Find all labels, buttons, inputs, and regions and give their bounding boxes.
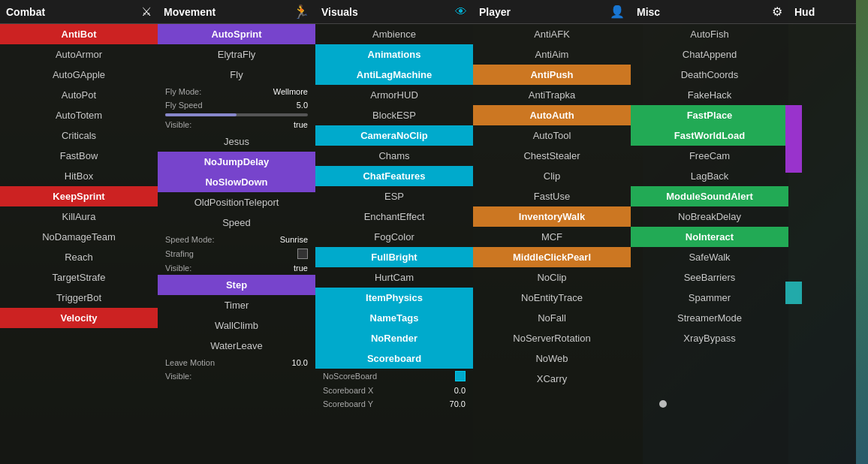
movement-item-autosprint[interactable]: AutoSprint <box>158 24 315 44</box>
combat-item-killaura[interactable]: KillAura <box>0 206 158 227</box>
misc-item-lagback[interactable]: LagBack <box>631 166 788 186</box>
visuals-item-scoreboard[interactable]: Scoreboard <box>315 348 473 369</box>
hud-items <box>788 24 856 464</box>
player-item-clip[interactable]: Clip <box>473 166 631 186</box>
visuals-item-armorhud[interactable]: ArmorHUD <box>315 85 473 105</box>
speedmode-value: Sunrise <box>280 235 308 244</box>
player-item-mcf[interactable]: MCF <box>473 227 631 247</box>
visuals-item-enchanteffect[interactable]: EnchantEffect <box>315 206 473 227</box>
visuals-item-animations[interactable]: Animations <box>315 44 473 65</box>
visuals-item-cameranoclip[interactable]: CameraNoClip <box>315 125 473 146</box>
movement-item-wallclimb[interactable]: WallClimb <box>158 315 315 336</box>
combat-item-autopot[interactable]: AutoPot <box>0 85 158 105</box>
leavemotion-label: Leave Motion <box>165 358 215 367</box>
misc-item-safewalk[interactable]: SafeWalk <box>631 247 788 267</box>
misc-item-autofish[interactable]: AutoFish <box>631 24 788 44</box>
visuals-item-itemphysics[interactable]: ItemPhysics <box>315 288 473 308</box>
misc-item-nobreakdelay[interactable]: NoBreakDelay <box>631 206 788 227</box>
player-item-cheststealer[interactable]: ChestStealer <box>473 146 631 166</box>
movement-item-noslowdown[interactable]: NoSlowDown <box>158 172 315 192</box>
movement-item-nojumpdelay[interactable]: NoJumpDelay <box>158 152 315 172</box>
watervisible-row: Visible: <box>158 369 315 383</box>
misc-item-fastworldload[interactable]: FastWorldLoad <box>631 125 788 146</box>
player-item-antipush[interactable]: AntiPush <box>473 65 631 85</box>
combat-item-nodamageteam[interactable]: NoDamageTeam <box>0 227 158 247</box>
flyspeed-slider-track <box>165 113 308 116</box>
visuals-item-fogcolor[interactable]: FogColor <box>315 227 473 247</box>
misc-item-deathcoords[interactable]: DeathCoords <box>631 65 788 85</box>
flyspeed-label: Fly Speed <box>165 101 203 110</box>
combat-item-fastbow[interactable]: FastBow <box>0 146 158 166</box>
movement-item-jesus[interactable]: Jesus <box>158 131 315 152</box>
visuals-item-hurtcam[interactable]: HurtCam <box>315 267 473 288</box>
flyspeed-row: Fly Speed 5.0 <box>158 98 315 112</box>
player-item-xcarry[interactable]: XCarry <box>473 369 631 389</box>
misc-item-seebarriers[interactable]: SeeBarriers <box>631 267 788 288</box>
visuals-item-nametags[interactable]: NameTags <box>315 308 473 328</box>
movement-item-fly[interactable]: Fly <box>158 65 315 85</box>
scoreboardx-value: 0.0 <box>454 386 466 395</box>
hud-teal-decoration <box>785 282 802 304</box>
combat-item-hitbox[interactable]: HitBox <box>0 166 158 186</box>
movement-item-oldpositionteleport[interactable]: OldPositionTeleport <box>158 192 315 212</box>
visuals-item-norender[interactable]: NoRender <box>315 328 473 348</box>
player-item-noentitytrace[interactable]: NoEntityTrace <box>473 288 631 308</box>
player-item-noweb[interactable]: NoWeb <box>473 348 631 369</box>
scoreboardy-row: Scoreboard Y 70.0 <box>315 397 473 411</box>
player-item-antitrapka[interactable]: AntiTrapka <box>473 85 631 105</box>
player-item-antiafk[interactable]: AntiAFK <box>473 24 631 44</box>
player-item-autoauth[interactable]: AutoAuth <box>473 105 631 125</box>
movement-icon: 🏃 <box>293 4 309 20</box>
misc-item-modulesoundalert[interactable]: ModuleSoundAlert <box>631 186 788 206</box>
visuals-item-antilagmachine[interactable]: AntiLagMachine <box>315 65 473 85</box>
player-item-antiaim[interactable]: AntiAim <box>473 44 631 65</box>
player-item-noclip[interactable]: NoClip <box>473 267 631 288</box>
visuals-item-ambience[interactable]: Ambience <box>315 24 473 44</box>
player-title: Player <box>479 6 511 18</box>
misc-item-nointeract[interactable]: NoInteract <box>631 227 788 247</box>
strafing-label: Strafing <box>165 249 194 258</box>
movement-item-speed[interactable]: Speed <box>158 212 315 233</box>
player-item-noserverrotation[interactable]: NoServerRotation <box>473 328 631 348</box>
movement-item-step[interactable]: Step <box>158 275 315 295</box>
combat-item-autoarmor[interactable]: AutoArmor <box>0 44 158 65</box>
flymode-label: Fly Mode: <box>165 87 201 96</box>
visuals-item-chatfeatures[interactable]: ChatFeatures <box>315 166 473 186</box>
combat-item-autototem[interactable]: AutoTotem <box>0 105 158 125</box>
misc-item-spammer[interactable]: Spammer <box>631 288 788 308</box>
movement-item-elytrafly[interactable]: ElytraFly <box>158 44 315 65</box>
player-item-middleclickpearl[interactable]: MiddleClickPearl <box>473 247 631 267</box>
movement-item-waterleave[interactable]: WaterLeave <box>158 336 315 356</box>
combat-item-targetstrafe[interactable]: TargetStrafe <box>0 267 158 288</box>
combat-item-reach[interactable]: Reach <box>0 247 158 267</box>
flymode-row: Fly Mode: Wellmore <box>158 85 315 98</box>
panels-container: Combat ⚔ AntiBot AutoArmor AutoGApple Au… <box>0 0 856 464</box>
noscore-checkbox[interactable] <box>455 371 466 381</box>
misc-item-chatappend[interactable]: ChatAppend <box>631 44 788 65</box>
visuals-item-fullbright[interactable]: FullBright <box>315 247 473 267</box>
misc-item-xraybypass[interactable]: XrayBypass <box>631 328 788 348</box>
player-item-inventorywalk[interactable]: InventoryWalk <box>473 206 631 227</box>
flyspeed-value: 5.0 <box>297 101 308 110</box>
speedvisible-label: Visible: <box>165 264 191 273</box>
flyspeed-slider-row[interactable] <box>158 112 315 118</box>
misc-panel: Misc ⚙ AutoFish ChatAppend DeathCoords F… <box>631 0 788 464</box>
strafing-checkbox[interactable] <box>297 249 308 259</box>
misc-item-fastplace[interactable]: FastPlace <box>631 105 788 125</box>
misc-item-freecam[interactable]: FreeCam <box>631 146 788 166</box>
combat-item-keepsprint[interactable]: KeepSprint <box>0 186 158 206</box>
movement-item-timer[interactable]: Timer <box>158 295 315 315</box>
combat-item-antibot[interactable]: AntiBot <box>0 24 158 44</box>
combat-item-autogapple[interactable]: AutoGApple <box>0 65 158 85</box>
misc-item-streamermode[interactable]: StreamerMode <box>631 308 788 328</box>
player-item-fastuse[interactable]: FastUse <box>473 186 631 206</box>
player-item-nofall[interactable]: NoFall <box>473 308 631 328</box>
visuals-item-blockesp[interactable]: BlockESP <box>315 105 473 125</box>
misc-item-fakehack[interactable]: FakeHack <box>631 85 788 105</box>
combat-item-triggerbot[interactable]: TriggerBot <box>0 288 158 308</box>
combat-item-criticals[interactable]: Criticals <box>0 125 158 146</box>
visuals-item-chams[interactable]: Chams <box>315 146 473 166</box>
visuals-item-esp[interactable]: ESP <box>315 186 473 206</box>
combat-item-velocity[interactable]: Velocity <box>0 308 158 328</box>
player-item-autotool[interactable]: AutoTool <box>473 125 631 146</box>
